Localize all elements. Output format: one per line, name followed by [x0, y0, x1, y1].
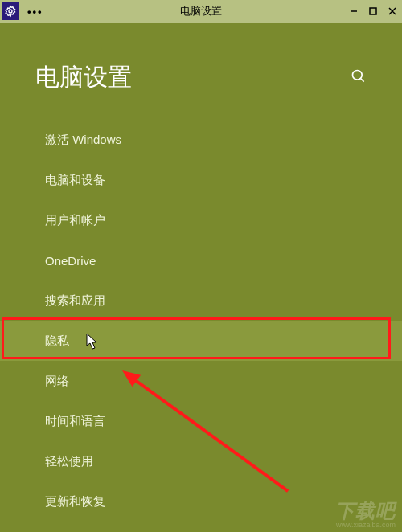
menu-item-label: 时间和语言: [45, 414, 105, 429]
window-title: 电脑设置: [180, 4, 222, 18]
menu-item-label: 网络: [45, 374, 69, 389]
menu-item-label: 电脑和设备: [45, 173, 105, 188]
menu-item-label: 激活 Windows: [45, 133, 121, 148]
menu-item-onedrive[interactable]: OneDrive: [0, 240, 402, 280]
page-title: 电脑设置: [35, 61, 132, 94]
menu-item-users-accounts[interactable]: 用户和帐户: [0, 200, 402, 240]
menu-dots[interactable]: •••: [27, 6, 43, 18]
menu-item-search-apps[interactable]: 搜索和应用: [0, 280, 402, 321]
menu-item-pc-devices[interactable]: 电脑和设备: [0, 160, 402, 200]
svg-point-0: [9, 10, 12, 13]
window-controls: [344, 0, 402, 23]
svg-rect-2: [370, 8, 376, 14]
menu-item-label: 更新和恢复: [45, 494, 105, 509]
menu-item-time-language[interactable]: 时间和语言: [0, 401, 402, 441]
content-area: 电脑设置 激活 Windows 电脑和设备 用户和帐户 OneDrive 搜索和…: [0, 23, 402, 532]
menu-item-label: 搜索和应用: [45, 293, 105, 309]
settings-menu: 激活 Windows 电脑和设备 用户和帐户 OneDrive 搜索和应用 隐私…: [0, 113, 402, 522]
page-header: 电脑设置: [0, 23, 402, 113]
minimize-button[interactable]: [344, 0, 363, 23]
menu-item-label: 用户和帐户: [45, 213, 105, 228]
menu-item-update-recovery[interactable]: 更新和恢复: [0, 481, 402, 522]
svg-point-5: [353, 70, 363, 80]
title-bar: ••• 电脑设置: [0, 0, 402, 23]
menu-item-label: 轻松使用: [45, 454, 93, 469]
menu-item-activate-windows[interactable]: 激活 Windows: [0, 120, 402, 160]
close-button[interactable]: [383, 0, 402, 23]
menu-item-label: 隐私: [45, 334, 69, 349]
maximize-button[interactable]: [363, 0, 383, 23]
menu-item-privacy[interactable]: 隐私: [0, 321, 402, 361]
app-settings-icon: [2, 2, 19, 20]
svg-line-6: [361, 78, 364, 81]
menu-item-label: OneDrive: [45, 254, 96, 268]
watermark-url: www.xiazaiba.com: [335, 521, 396, 529]
menu-item-network[interactable]: 网络: [0, 361, 402, 401]
menu-item-ease-of-access[interactable]: 轻松使用: [0, 441, 402, 481]
search-icon[interactable]: [351, 68, 367, 88]
